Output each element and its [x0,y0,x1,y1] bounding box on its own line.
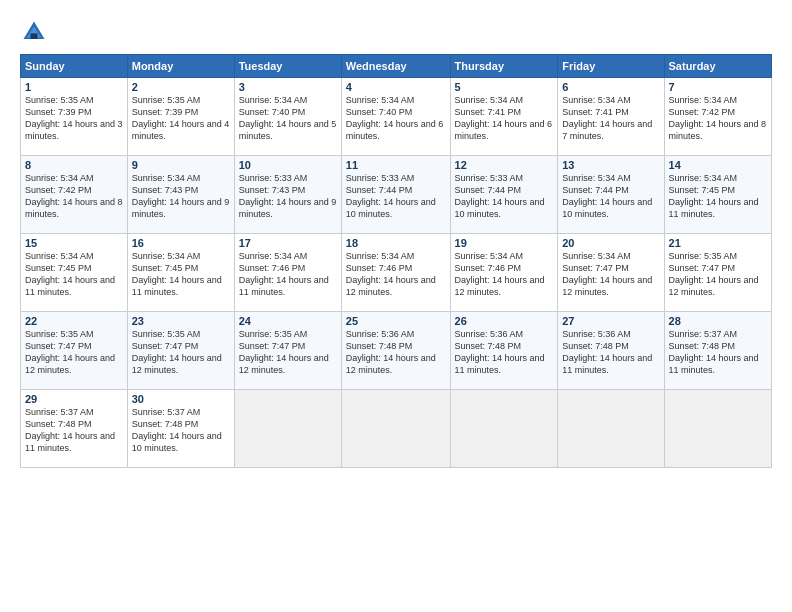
calendar-cell: 5Sunrise: 5:34 AMSunset: 7:41 PMDaylight… [450,78,558,156]
calendar-cell: 6Sunrise: 5:34 AMSunset: 7:41 PMDaylight… [558,78,664,156]
sunset-label: Sunset: 7:39 PM [25,107,92,117]
sunrise-label: Sunrise: 5:36 AM [562,329,631,339]
daylight-label: Daylight: 14 hours and 11 minutes. [239,275,329,297]
sunrise-label: Sunrise: 5:37 AM [132,407,201,417]
daylight-label: Daylight: 14 hours and 11 minutes. [132,275,222,297]
calendar-header-tuesday: Tuesday [234,55,341,78]
daylight-label: Daylight: 14 hours and 6 minutes. [346,119,444,141]
calendar-cell: 9Sunrise: 5:34 AMSunset: 7:43 PMDaylight… [127,156,234,234]
day-number: 23 [132,315,230,327]
sunset-label: Sunset: 7:47 PM [25,341,92,351]
sunrise-label: Sunrise: 5:34 AM [455,251,524,261]
daylight-label: Daylight: 14 hours and 12 minutes. [455,275,545,297]
sunrise-label: Sunrise: 5:33 AM [455,173,524,183]
calendar-cell: 27Sunrise: 5:36 AMSunset: 7:48 PMDayligh… [558,312,664,390]
day-info: Sunrise: 5:35 AMSunset: 7:47 PMDaylight:… [669,250,767,299]
calendar-week-5: 29Sunrise: 5:37 AMSunset: 7:48 PMDayligh… [21,390,772,468]
calendar-header-sunday: Sunday [21,55,128,78]
sunset-label: Sunset: 7:47 PM [669,263,736,273]
day-number: 1 [25,81,123,93]
sunset-label: Sunset: 7:48 PM [25,419,92,429]
calendar-cell: 8Sunrise: 5:34 AMSunset: 7:42 PMDaylight… [21,156,128,234]
calendar-cell: 17Sunrise: 5:34 AMSunset: 7:46 PMDayligh… [234,234,341,312]
day-info: Sunrise: 5:34 AMSunset: 7:45 PMDaylight:… [132,250,230,299]
sunrise-label: Sunrise: 5:34 AM [346,95,415,105]
sunset-label: Sunset: 7:48 PM [562,341,629,351]
day-info: Sunrise: 5:34 AMSunset: 7:45 PMDaylight:… [25,250,123,299]
daylight-label: Daylight: 14 hours and 11 minutes. [562,353,652,375]
day-info: Sunrise: 5:37 AMSunset: 7:48 PMDaylight:… [669,328,767,377]
sunset-label: Sunset: 7:48 PM [669,341,736,351]
day-number: 15 [25,237,123,249]
calendar-cell [234,390,341,468]
daylight-label: Daylight: 14 hours and 7 minutes. [562,119,652,141]
day-number: 19 [455,237,554,249]
daylight-label: Daylight: 14 hours and 10 minutes. [455,197,545,219]
day-info: Sunrise: 5:35 AMSunset: 7:39 PMDaylight:… [25,94,123,143]
day-number: 21 [669,237,767,249]
sunset-label: Sunset: 7:47 PM [562,263,629,273]
calendar-cell: 16Sunrise: 5:34 AMSunset: 7:45 PMDayligh… [127,234,234,312]
sunrise-label: Sunrise: 5:35 AM [132,329,201,339]
svg-rect-2 [31,33,38,39]
sunrise-label: Sunrise: 5:34 AM [455,95,524,105]
daylight-label: Daylight: 14 hours and 11 minutes. [25,275,115,297]
calendar-cell [450,390,558,468]
daylight-label: Daylight: 14 hours and 11 minutes. [25,431,115,453]
day-info: Sunrise: 5:35 AMSunset: 7:47 PMDaylight:… [132,328,230,377]
sunrise-label: Sunrise: 5:34 AM [25,251,94,261]
day-number: 30 [132,393,230,405]
sunrise-label: Sunrise: 5:34 AM [562,95,631,105]
day-number: 6 [562,81,659,93]
daylight-label: Daylight: 14 hours and 12 minutes. [669,275,759,297]
day-info: Sunrise: 5:36 AMSunset: 7:48 PMDaylight:… [455,328,554,377]
sunrise-label: Sunrise: 5:34 AM [346,251,415,261]
sunset-label: Sunset: 7:40 PM [346,107,413,117]
calendar-cell [664,390,771,468]
day-number: 26 [455,315,554,327]
calendar-cell [341,390,450,468]
daylight-label: Daylight: 14 hours and 11 minutes. [669,197,759,219]
day-number: 25 [346,315,446,327]
day-number: 8 [25,159,123,171]
day-number: 28 [669,315,767,327]
calendar-cell: 25Sunrise: 5:36 AMSunset: 7:48 PMDayligh… [341,312,450,390]
sunset-label: Sunset: 7:39 PM [132,107,199,117]
day-info: Sunrise: 5:33 AMSunset: 7:44 PMDaylight:… [455,172,554,221]
daylight-label: Daylight: 14 hours and 10 minutes. [132,431,222,453]
calendar-header-thursday: Thursday [450,55,558,78]
calendar-cell: 4Sunrise: 5:34 AMSunset: 7:40 PMDaylight… [341,78,450,156]
day-number: 7 [669,81,767,93]
day-info: Sunrise: 5:34 AMSunset: 7:43 PMDaylight:… [132,172,230,221]
calendar-cell: 13Sunrise: 5:34 AMSunset: 7:44 PMDayligh… [558,156,664,234]
sunset-label: Sunset: 7:48 PM [455,341,522,351]
sunset-label: Sunset: 7:45 PM [132,263,199,273]
day-info: Sunrise: 5:34 AMSunset: 7:42 PMDaylight:… [669,94,767,143]
calendar-body: 1Sunrise: 5:35 AMSunset: 7:39 PMDaylight… [21,78,772,468]
calendar: SundayMondayTuesdayWednesdayThursdayFrid… [20,54,772,468]
day-info: Sunrise: 5:35 AMSunset: 7:39 PMDaylight:… [132,94,230,143]
calendar-cell: 28Sunrise: 5:37 AMSunset: 7:48 PMDayligh… [664,312,771,390]
day-number: 2 [132,81,230,93]
sunrise-label: Sunrise: 5:34 AM [25,173,94,183]
day-info: Sunrise: 5:34 AMSunset: 7:40 PMDaylight:… [346,94,446,143]
sunrise-label: Sunrise: 5:37 AM [669,329,738,339]
sunset-label: Sunset: 7:46 PM [455,263,522,273]
day-number: 12 [455,159,554,171]
daylight-label: Daylight: 14 hours and 11 minutes. [669,353,759,375]
day-info: Sunrise: 5:34 AMSunset: 7:46 PMDaylight:… [346,250,446,299]
calendar-week-3: 15Sunrise: 5:34 AMSunset: 7:45 PMDayligh… [21,234,772,312]
sunrise-label: Sunrise: 5:35 AM [669,251,738,261]
sunrise-label: Sunrise: 5:34 AM [132,173,201,183]
calendar-cell [558,390,664,468]
day-number: 14 [669,159,767,171]
calendar-header-friday: Friday [558,55,664,78]
calendar-cell: 18Sunrise: 5:34 AMSunset: 7:46 PMDayligh… [341,234,450,312]
calendar-cell: 19Sunrise: 5:34 AMSunset: 7:46 PMDayligh… [450,234,558,312]
calendar-cell: 24Sunrise: 5:35 AMSunset: 7:47 PMDayligh… [234,312,341,390]
sunset-label: Sunset: 7:48 PM [346,341,413,351]
daylight-label: Daylight: 14 hours and 9 minutes. [132,197,230,219]
calendar-week-4: 22Sunrise: 5:35 AMSunset: 7:47 PMDayligh… [21,312,772,390]
daylight-label: Daylight: 14 hours and 8 minutes. [669,119,767,141]
sunset-label: Sunset: 7:44 PM [562,185,629,195]
